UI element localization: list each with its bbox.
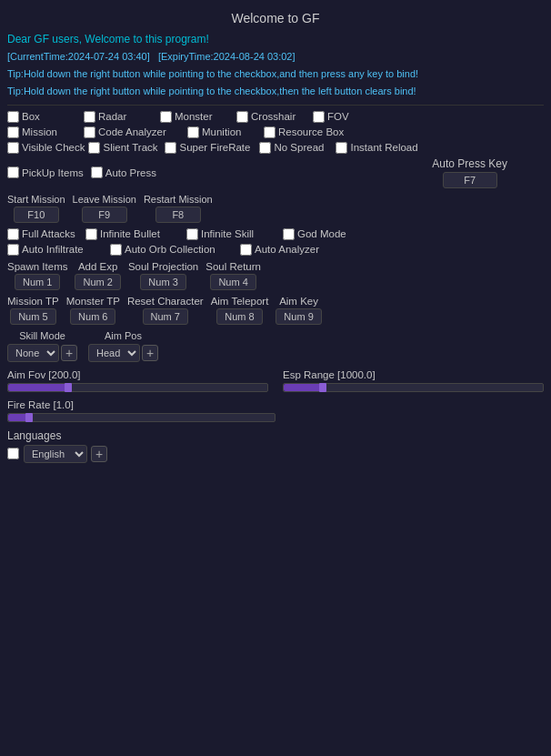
monster-tp-label: Monster TP (66, 296, 120, 307)
fire-rate-track[interactable] (7, 413, 276, 422)
add-exp-group: Add Exp Num 2 (75, 261, 120, 290)
aim-fov-label: Aim Fov [200.0] (7, 369, 268, 380)
soul-return-label: Soul Return (205, 261, 261, 272)
languages-label: Languages (7, 429, 544, 442)
languages-plus-btn[interactable]: + (91, 446, 107, 462)
restart-mission-key[interactable]: F8 (155, 207, 201, 223)
checkbox-monster-input[interactable] (160, 111, 172, 123)
aim-key-label: Aim Key (279, 296, 318, 307)
checkbox-mission-input[interactable] (7, 126, 19, 138)
divider1 (7, 105, 544, 106)
start-mission-label: Start Mission (7, 194, 65, 205)
aim-pos-label: Aim Pos (88, 330, 158, 341)
leave-mission-key[interactable]: F9 (82, 207, 127, 223)
checkbox-pickup-items-input[interactable] (7, 166, 19, 178)
checkbox-crosshair-label[interactable]: Crosshair (251, 111, 296, 122)
spawn-items-label: Spawn Items (7, 261, 67, 272)
checkbox-god-mode-input[interactable] (283, 228, 295, 240)
checkbox-code-analyzer-input[interactable] (84, 126, 95, 138)
add-exp-key[interactable]: Num 2 (75, 274, 120, 290)
tip1: Tip:Hold down the right button while poi… (7, 67, 544, 81)
checkbox-box-label[interactable]: Box (22, 111, 40, 122)
aim-teleport-group: Aim Teleport Num 8 (211, 296, 269, 325)
checkbox-auto-orb-label[interactable]: Auto Orb Collection (125, 244, 215, 255)
checkbox-code-analyzer-label[interactable]: Code Analyzer (98, 126, 166, 137)
skill-mode-plus-btn[interactable]: + (61, 345, 77, 361)
start-mission-key[interactable]: F10 (14, 207, 59, 223)
skill-mode-select-row: None + (7, 344, 77, 362)
checkbox-super-firerate-input[interactable] (165, 142, 176, 154)
checkbox-no-spread-input[interactable] (259, 142, 271, 154)
checkbox-radar-input[interactable] (84, 111, 95, 123)
languages-checkbox[interactable] (7, 448, 19, 459)
soul-return-group: Soul Return Num 4 (205, 261, 261, 290)
checkbox-auto-analyzer-label[interactable]: Auto Analyzer (255, 244, 319, 255)
checkbox-infinite-bullet-input[interactable] (85, 228, 97, 240)
esp-range-track[interactable] (283, 383, 544, 392)
checkbox-infinite-bullet-label[interactable]: Infinite Bullet (100, 228, 160, 239)
soul-projection-key[interactable]: Num 3 (140, 274, 185, 290)
checkbox-infinite-skill: Infinite Skill (186, 228, 277, 240)
spawn-row: Spawn Items Num 1 Add Exp Num 2 Soul Pro… (7, 261, 544, 290)
checkbox-auto-press-input[interactable] (91, 166, 103, 178)
checkbox-resource-box-label[interactable]: Resource Box (278, 126, 344, 137)
current-time: [CurrentTime:2024-07-24 03:40] (7, 51, 150, 62)
checkbox-no-spread-label[interactable]: No Spread (274, 142, 324, 153)
aim-teleport-key[interactable]: Num 8 (216, 308, 262, 325)
checkbox-slient-track-input[interactable] (88, 142, 100, 154)
checkbox-instant-reload-label[interactable]: Instant Reload (350, 142, 417, 153)
aim-pos-plus-btn[interactable]: + (142, 345, 158, 361)
checkbox-munition-label[interactable]: Munition (202, 126, 241, 137)
checkbox-fov: FOV (313, 111, 386, 123)
spawn-items-key[interactable]: Num 1 (15, 274, 60, 290)
aim-key-key[interactable]: Num 9 (276, 308, 321, 325)
checkbox-radar: Radar (84, 111, 156, 123)
checkbox-radar-label[interactable]: Radar (98, 111, 126, 122)
checkbox-code-analyzer: Code Analyzer (84, 126, 184, 138)
monster-tp-key[interactable]: Num 6 (70, 308, 115, 325)
checkbox-fov-label[interactable]: FOV (327, 111, 349, 122)
checkbox-super-firerate-label[interactable]: Super FireRate (179, 142, 250, 153)
esp-range-thumb[interactable] (319, 383, 326, 392)
auto-press-key-button[interactable]: F7 (443, 172, 497, 188)
checkbox-visible-check-label[interactable]: Visible Check (22, 142, 85, 153)
checkbox-auto-analyzer-input[interactable] (240, 244, 252, 256)
checkbox-infinite-skill-input[interactable] (186, 228, 198, 240)
pickup-autopress-row: PickUp Items Auto Press Auto Press Key F… (7, 157, 544, 188)
checkbox-god-mode-label[interactable]: God Mode (297, 228, 346, 239)
checkbox-auto-orb-input[interactable] (110, 244, 122, 256)
checkbox-visible-check-input[interactable] (7, 142, 19, 154)
expiry-time: [ExpiryTime:2024-08-24 03:02] (158, 51, 296, 62)
checkbox-box: Box (7, 111, 80, 123)
fire-rate-thumb[interactable] (25, 413, 33, 422)
checkbox-full-attacks-input[interactable] (7, 228, 19, 240)
checkbox-monster-label[interactable]: Monster (175, 111, 213, 122)
checkbox-box-input[interactable] (7, 111, 19, 123)
checkbox-full-attacks-label[interactable]: Full Attacks (22, 228, 75, 239)
checkbox-fov-input[interactable] (313, 111, 325, 123)
skill-mode-select[interactable]: None (7, 344, 59, 362)
aim-fov-thumb[interactable] (65, 383, 72, 392)
checkbox-munition-input[interactable] (187, 126, 199, 138)
checkbox-auto-press-label[interactable]: Auto Press (105, 167, 156, 178)
checkbox-auto-infiltrate-input[interactable] (7, 244, 19, 256)
checkbox-row-2: Mission Code Analyzer Munition Resource … (7, 126, 544, 138)
aim-pos-select[interactable]: Head (88, 344, 140, 362)
aim-fov-track[interactable] (7, 383, 268, 392)
checkbox-infinite-skill-label[interactable]: Infinite Skill (201, 228, 254, 239)
checkbox-super-firerate: Super FireRate (165, 142, 255, 154)
checkbox-crosshair-input[interactable] (236, 111, 248, 123)
aim-pos-group: Aim Pos Head + (88, 330, 158, 362)
checkbox-mission-label[interactable]: Mission (22, 126, 57, 137)
checkbox-slient-track-label[interactable]: Slient Track (103, 142, 157, 153)
checkbox-row-3: Visible Check Slient Track Super FireRat… (7, 142, 544, 154)
checkbox-auto-infiltrate-label[interactable]: Auto Infiltrate (22, 244, 84, 255)
mission-tp-group: Mission TP Num 5 (7, 296, 59, 325)
languages-select[interactable]: English (24, 445, 87, 463)
checkbox-instant-reload-input[interactable] (336, 142, 347, 154)
checkbox-pickup-items-label[interactable]: PickUp Items (22, 167, 84, 178)
reset-character-key[interactable]: Num 7 (143, 308, 188, 325)
mission-tp-key[interactable]: Num 5 (10, 308, 55, 325)
soul-return-key[interactable]: Num 4 (210, 274, 255, 290)
checkbox-resource-box-input[interactable] (264, 126, 276, 138)
